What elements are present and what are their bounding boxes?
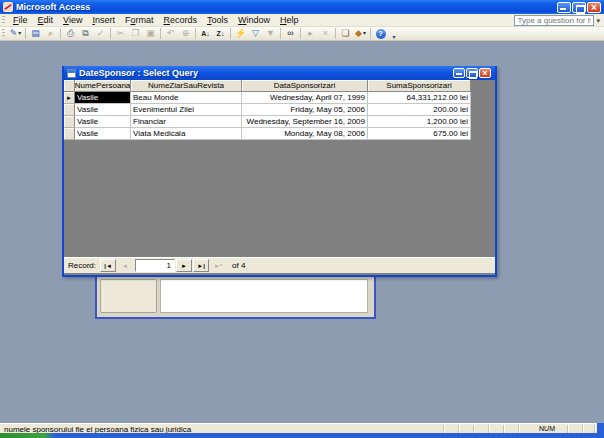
form-text-box[interactable] — [160, 279, 368, 313]
table-cell[interactable]: Monday, May 08, 2006 — [242, 128, 368, 140]
query-window-icon — [67, 69, 76, 78]
record-number-input[interactable]: 1 — [135, 259, 175, 272]
row-selector[interactable] — [64, 104, 75, 116]
record-navigator: Record: |◄◄1►►|►*of 4 — [64, 257, 495, 273]
row-selector-header[interactable] — [64, 80, 75, 92]
table-cell[interactable]: Wednesday, April 07, 1999 — [242, 92, 368, 104]
menu-item-tools[interactable]: Tools — [202, 14, 233, 26]
query-minimize-button[interactable] — [453, 68, 465, 78]
insert-hyperlink-button[interactable]: ⊕ — [178, 27, 193, 40]
menu-item-records[interactable]: Records — [158, 14, 202, 26]
query-window-controls — [453, 68, 491, 78]
column-header-datasponsorizari[interactable]: DataSponsorizari — [242, 80, 368, 92]
database-window-button[interactable]: ❏ — [338, 27, 353, 40]
record-label: Record: — [68, 261, 96, 270]
menu-item-help[interactable]: Help — [275, 14, 304, 26]
status-bar: numele sponsorului fie el persoana fizic… — [0, 423, 604, 433]
filter-by-form-button[interactable]: ▽ — [248, 27, 263, 40]
sort-ascending-button[interactable]: A↓ — [198, 27, 213, 40]
column-header-sumasponsorizari[interactable]: SumaSponsorizari — [368, 80, 471, 92]
menu-item-file[interactable]: File — [8, 14, 33, 26]
maximize-button[interactable] — [572, 2, 586, 13]
new-record-button[interactable]: ▸ — [303, 27, 318, 40]
undo-button[interactable]: ↶ — [163, 27, 178, 40]
datasheet-grid: NumePersoanaNumeZiarSauRevistaDataSponso… — [64, 80, 471, 140]
find-button[interactable]: ∞ — [283, 27, 298, 40]
start-button-sliver[interactable] — [0, 433, 55, 438]
chevron-down-icon[interactable]: ▾ — [18, 27, 21, 40]
query-window-titlebar[interactable]: DateSponsor : Select Query — [64, 66, 495, 80]
menu-item-insert[interactable]: Insert — [87, 14, 120, 26]
table-cell[interactable]: 1,200.00 lei — [368, 116, 471, 128]
query-close-button[interactable] — [479, 68, 491, 78]
apply-filter-button[interactable]: ▼ — [263, 27, 278, 40]
status-divider — [488, 425, 489, 433]
menu-item-format[interactable]: Format — [120, 14, 159, 26]
table-cell[interactable]: Beau Monde — [131, 92, 242, 104]
last-record-button[interactable]: ►| — [193, 259, 209, 272]
row-selector[interactable] — [64, 128, 75, 140]
app-window-controls — [557, 2, 601, 13]
filter-by-selection-button[interactable]: ⚡ — [233, 27, 248, 40]
close-button[interactable] — [587, 2, 601, 13]
help-button[interactable]: ? — [373, 27, 388, 40]
table-cell[interactable]: Evenimentul Zilei — [131, 104, 242, 116]
apply-filter-icon: ▼ — [266, 27, 275, 40]
column-header-numeziarsaurevista[interactable]: NumeZiarSauRevista — [131, 80, 242, 92]
row-selector[interactable] — [64, 116, 75, 128]
menu-item-edit[interactable]: Edit — [33, 14, 59, 26]
new-record-nav-button[interactable]: ►* — [210, 259, 226, 272]
save-icon: ▤ — [31, 27, 40, 40]
toolbar-drag-handle[interactable] — [2, 29, 5, 38]
table-cell[interactable]: Vasile — [75, 128, 131, 140]
table-cell[interactable]: 200.00 lei — [368, 104, 471, 116]
view-icon: ✎ — [10, 27, 18, 40]
record-count-label: of 4 — [232, 261, 245, 270]
menubar-drag-handle[interactable] — [2, 16, 5, 25]
next-record-button[interactable]: ► — [176, 259, 192, 272]
query-restore-button[interactable] — [466, 68, 478, 78]
sort-descending-button[interactable]: Z↓ — [213, 27, 228, 40]
table-cell[interactable]: 675.00 lei — [368, 128, 471, 140]
copy-button[interactable]: ❐ — [128, 27, 143, 40]
paste-icon: ▣ — [146, 27, 155, 40]
first-record-button[interactable]: |◄ — [100, 259, 116, 272]
toolbar-separator — [370, 28, 371, 39]
column-header-numepersoana[interactable]: NumePersoana — [75, 80, 131, 92]
new-object-icon: ◆ — [355, 27, 362, 40]
print-preview-button[interactable]: ⧉ — [78, 27, 93, 40]
table-cell[interactable]: Vasile — [75, 92, 131, 104]
view-button[interactable]: ✎▾ — [8, 27, 23, 40]
microsoft-access-window: Microsoft Access FileEditViewInsertForma… — [0, 0, 604, 438]
delete-record-button[interactable]: × — [318, 27, 333, 40]
help-question-input[interactable] — [514, 15, 594, 26]
datasheet-area: NumePersoanaNumeZiarSauRevistaDataSponso… — [64, 80, 495, 273]
menu-item-view[interactable]: View — [58, 14, 87, 26]
toolbar-options-button[interactable]: ▾ — [390, 27, 398, 40]
file-search-button[interactable]: ⌕ — [43, 27, 58, 40]
table-cell[interactable]: Wednesday, September 16, 2009 — [242, 116, 368, 128]
background-form-window[interactable] — [95, 270, 376, 319]
table-cell[interactable]: Friday, May 05, 2006 — [242, 104, 368, 116]
menu-item-window[interactable]: Window — [233, 14, 275, 26]
previous-record-button[interactable]: ◄ — [117, 259, 133, 272]
current-record-arrow[interactable]: ► — [64, 92, 75, 104]
table-cell[interactable]: Viata Medicala — [131, 128, 242, 140]
cut-button[interactable]: ✂ — [113, 27, 128, 40]
new-object-button[interactable]: ◆▾ — [353, 27, 368, 40]
table-cell[interactable]: 64,331,212.00 lei — [368, 92, 471, 104]
query-window[interactable]: DateSponsor : Select Query NumePersoanaN… — [62, 66, 497, 277]
spelling-button[interactable]: ✓ — [93, 27, 108, 40]
chevron-down-icon[interactable]: ▾ — [363, 27, 366, 40]
status-divider — [458, 425, 459, 433]
paste-button[interactable]: ▣ — [143, 27, 158, 40]
minimize-button[interactable] — [557, 2, 571, 13]
save-button[interactable]: ▤ — [28, 27, 43, 40]
status-divider — [443, 425, 444, 433]
table-cell[interactable]: Financiar — [131, 116, 242, 128]
print-button[interactable]: ⎙ — [63, 27, 78, 40]
table-cell[interactable]: Vasile — [75, 104, 131, 116]
table-cell[interactable]: Vasile — [75, 116, 131, 128]
chevron-down-icon[interactable]: ▾ — [594, 17, 600, 25]
cut-icon: ✂ — [117, 27, 125, 40]
